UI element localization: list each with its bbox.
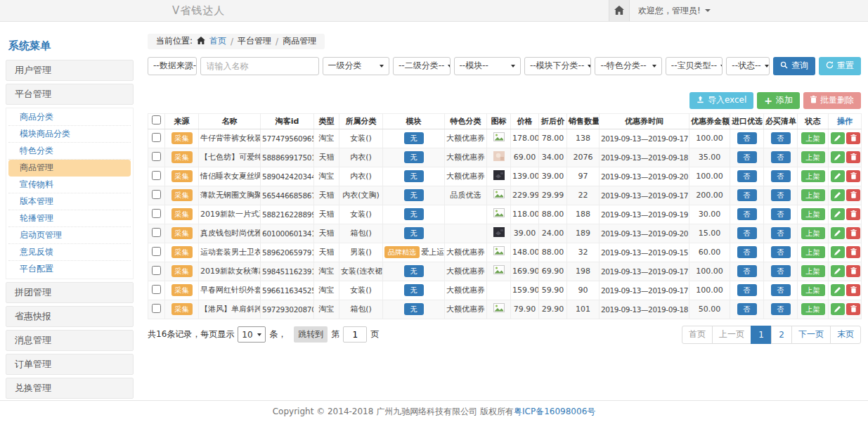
level2-category-select[interactable]: --二级分类--	[393, 57, 451, 75]
must-buy-badge[interactable]: 否	[771, 189, 791, 202]
must-buy-badge[interactable]: 否	[771, 284, 791, 297]
row-checkbox[interactable]	[152, 209, 161, 218]
pager-button-4[interactable]: 下一页	[791, 326, 831, 344]
sidebar-subitem-8[interactable]: 意见反馈	[8, 244, 131, 261]
breadcrumb-home-link[interactable]: 首页	[209, 35, 226, 47]
status-badge[interactable]: 上架	[801, 189, 825, 202]
row-checkbox[interactable]	[152, 152, 161, 161]
status-badge[interactable]: 上架	[801, 132, 825, 145]
edit-button[interactable]	[831, 189, 845, 201]
delete-button[interactable]	[846, 303, 860, 315]
sidebar-item-after-0[interactable]: 拼团管理	[6, 282, 134, 303]
must-buy-badge[interactable]: 否	[771, 265, 791, 278]
status-badge[interactable]: 上架	[801, 151, 825, 164]
edit-button[interactable]	[831, 284, 845, 296]
home-button[interactable]	[609, 0, 630, 21]
status-badge[interactable]: 上架	[801, 170, 825, 183]
module-select[interactable]: --模块--	[454, 57, 521, 75]
row-checkbox[interactable]	[152, 304, 161, 313]
import-select-badge[interactable]: 否	[737, 246, 757, 259]
sidebar-item-after-4[interactable]: 兑换管理	[6, 378, 134, 399]
import-select-badge[interactable]: 否	[737, 227, 757, 240]
sidebar-subitem-7[interactable]: 启动页管理	[8, 227, 131, 244]
row-checkbox[interactable]	[152, 133, 161, 142]
sidebar-subitem-4[interactable]: 宣传物料	[8, 177, 131, 193]
sidebar-item-after-3[interactable]: 订单管理	[6, 354, 134, 375]
row-checkbox[interactable]	[152, 228, 161, 237]
edit-button[interactable]	[831, 265, 845, 277]
feature-category-select[interactable]: --特色分类--	[595, 57, 661, 75]
item-type-select[interactable]: --宝贝类型--	[666, 57, 723, 75]
pager-button-3[interactable]: 2	[771, 326, 792, 344]
module-subcategory-select[interactable]: --模块下分类--	[524, 57, 591, 75]
icp-link[interactable]: 粤ICP备16098006号	[514, 406, 595, 418]
must-buy-badge[interactable]: 否	[771, 132, 791, 145]
must-buy-badge[interactable]: 否	[771, 246, 791, 259]
edit-button[interactable]	[831, 246, 845, 258]
status-badge[interactable]: 上架	[801, 227, 825, 240]
edit-button[interactable]	[831, 151, 845, 163]
row-checkbox[interactable]	[152, 171, 161, 180]
delete-button[interactable]	[846, 189, 860, 201]
import-select-badge[interactable]: 否	[737, 303, 757, 316]
sidebar-subitem-3[interactable]: 商品管理	[8, 160, 131, 177]
import-select-badge[interactable]: 否	[737, 151, 757, 164]
row-checkbox[interactable]	[152, 285, 161, 294]
status-badge[interactable]: 上架	[801, 208, 825, 221]
import-select-badge[interactable]: 否	[737, 189, 757, 202]
import-select-badge[interactable]: 否	[737, 265, 757, 278]
batch-delete-button[interactable]: 批量删除	[803, 92, 861, 109]
sidebar-subitem-5[interactable]: 版本管理	[8, 193, 131, 210]
delete-button[interactable]	[846, 246, 860, 258]
pager-button-1[interactable]: 上一页	[712, 326, 751, 344]
row-checkbox[interactable]	[152, 266, 161, 275]
search-button[interactable]: 查询	[773, 57, 815, 75]
sidebar-item-after-1[interactable]: 省惠快报	[6, 306, 134, 327]
sidebar-item-1[interactable]: 平台管理	[6, 84, 134, 105]
delete-button[interactable]	[846, 151, 860, 163]
edit-button[interactable]	[831, 208, 845, 220]
name-search-input[interactable]	[200, 57, 319, 75]
edit-button[interactable]	[831, 132, 845, 144]
edit-button[interactable]	[831, 227, 845, 239]
delete-button[interactable]	[846, 227, 860, 239]
pager-button-2[interactable]: 1	[751, 326, 772, 344]
delete-button[interactable]	[846, 170, 860, 182]
sidebar-item-0[interactable]: 用户管理	[6, 60, 134, 81]
import-select-badge[interactable]: 否	[737, 170, 757, 183]
edit-button[interactable]	[831, 170, 845, 182]
row-checkbox[interactable]	[152, 190, 161, 199]
sidebar-item-after-2[interactable]: 消息管理	[6, 330, 134, 351]
reset-button[interactable]: 重置	[819, 57, 861, 75]
must-buy-badge[interactable]: 否	[771, 303, 791, 316]
row-checkbox[interactable]	[152, 247, 161, 256]
page-number-input[interactable]	[343, 326, 367, 343]
status-badge[interactable]: 上架	[801, 265, 825, 278]
delete-button[interactable]	[846, 284, 860, 296]
status-badge[interactable]: 上架	[801, 303, 825, 316]
sidebar-subitem-9[interactable]: 平台配置	[8, 261, 131, 278]
sidebar-subitem-0[interactable]: 商品分类	[8, 109, 131, 126]
delete-button[interactable]	[846, 265, 860, 277]
delete-button[interactable]	[846, 208, 860, 220]
data-source-select[interactable]: --数据来源--	[148, 57, 197, 75]
status-badge[interactable]: 上架	[801, 284, 825, 297]
level1-category-select[interactable]: 一级分类	[323, 57, 389, 75]
select-all-checkbox[interactable]	[152, 115, 161, 124]
status-select[interactable]: --状态--	[726, 57, 770, 75]
import-select-badge[interactable]: 否	[737, 284, 757, 297]
jump-button[interactable]: 跳转到	[294, 326, 328, 343]
import-excel-button[interactable]: 导入excel	[689, 92, 753, 109]
must-buy-badge[interactable]: 否	[771, 151, 791, 164]
import-select-badge[interactable]: 否	[737, 208, 757, 221]
delete-button[interactable]	[846, 132, 860, 144]
must-buy-badge[interactable]: 否	[771, 227, 791, 240]
must-buy-badge[interactable]: 否	[771, 208, 791, 221]
per-page-select[interactable]: 10	[238, 326, 266, 343]
add-button[interactable]: + 添加	[757, 92, 800, 109]
must-buy-badge[interactable]: 否	[771, 170, 791, 183]
pager-button-5[interactable]: 末页	[830, 326, 861, 344]
sidebar-subitem-2[interactable]: 特色分类	[8, 143, 131, 160]
status-badge[interactable]: 上架	[801, 246, 825, 259]
sidebar-subitem-1[interactable]: 模块商品分类	[8, 126, 131, 143]
